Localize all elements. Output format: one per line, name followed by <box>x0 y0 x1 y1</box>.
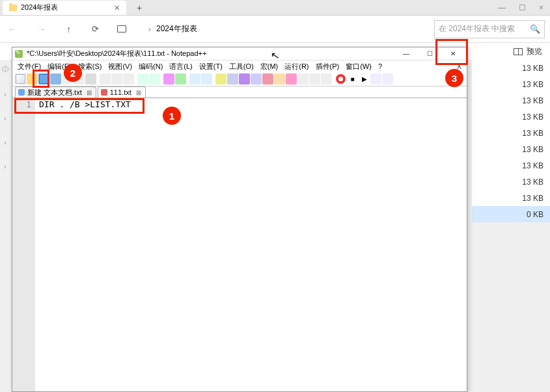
menu-macro[interactable]: 宏(M) <box>258 62 281 72</box>
undo-icon[interactable] <box>137 73 148 85</box>
file-size[interactable]: 13 KB <box>472 141 550 157</box>
npp-maximize-button[interactable]: ☐ <box>419 48 441 60</box>
pc-icon[interactable] <box>117 25 126 33</box>
breadcrumb-folder: 2024年报表 <box>156 23 197 34</box>
menu-plugin[interactable]: 插件(P) <box>313 62 342 72</box>
search-placeholder: 在 2024年报表 中搜索 <box>439 23 515 34</box>
file-size[interactable]: 13 KB <box>472 157 550 174</box>
close-tab-icon[interactable]: × <box>115 3 120 13</box>
file-size[interactable]: 13 KB <box>472 92 550 109</box>
cut-icon[interactable] <box>100 73 111 85</box>
file-size[interactable]: 13 KB <box>472 174 550 190</box>
show-chars-icon[interactable] <box>239 73 250 85</box>
redo-icon[interactable] <box>149 73 160 85</box>
save-all-icon[interactable] <box>50 73 61 85</box>
npp-tab-label: 111.txt <box>110 88 131 96</box>
save-icon[interactable] <box>38 73 49 85</box>
window-minimize-icon[interactable]: — <box>498 3 506 12</box>
info-icon[interactable]: ⓘ <box>2 65 8 74</box>
chevron-right-icon[interactable]: › <box>4 115 6 122</box>
file-size[interactable]: 13 KB <box>472 109 550 125</box>
paste-icon[interactable] <box>123 73 134 85</box>
chevron-right-icon[interactable]: › <box>4 139 6 146</box>
menu-language[interactable]: 语言(L) <box>167 62 195 72</box>
menu-view[interactable]: 视图(V) <box>105 62 135 72</box>
menu-window[interactable]: 窗口(W) <box>343 62 374 72</box>
folder-workspace-icon[interactable] <box>309 73 320 85</box>
file-unsaved-icon <box>101 89 107 96</box>
macro-play-multi-icon[interactable] <box>370 73 381 85</box>
new-tab-button[interactable]: + <box>137 3 142 13</box>
close-icon[interactable]: ⊠ <box>136 89 141 96</box>
forward-button[interactable]: → <box>34 21 48 36</box>
macro-record-icon[interactable] <box>335 73 346 85</box>
menu-help[interactable]: ? <box>376 62 385 70</box>
indent-guide-icon[interactable] <box>251 73 262 85</box>
file-list-sizes: 13 KB 13 KB 13 KB 13 KB 13 KB 13 KB 13 K… <box>472 60 550 222</box>
print-icon[interactable] <box>85 73 96 85</box>
window-close-icon[interactable]: × <box>539 3 543 12</box>
close-all-icon[interactable] <box>74 73 85 85</box>
npp-close-button[interactable]: ✕ <box>442 48 464 60</box>
doc-list-icon[interactable] <box>286 73 297 85</box>
explorer-tab[interactable]: 2024年报表 × <box>3 1 126 15</box>
file-size[interactable]: 13 KB <box>472 190 550 206</box>
chevron-right-icon[interactable]: › <box>4 163 6 170</box>
file-saved-icon <box>18 89 25 96</box>
preview-button[interactable]: 预览 <box>514 46 542 57</box>
new-file-icon[interactable] <box>15 73 26 85</box>
back-button[interactable]: ← <box>5 21 19 36</box>
refresh-button[interactable]: ⟳ <box>89 21 102 36</box>
doc-map-icon[interactable] <box>274 73 285 85</box>
menu-run[interactable]: 运行(R) <box>282 62 311 72</box>
file-size[interactable]: 13 KB <box>472 76 550 92</box>
explorer-tab-bar: 2024年报表 × + — ☐ × <box>0 0 550 16</box>
file-size[interactable]: 0 KB <box>472 206 550 222</box>
macro-stop-icon[interactable]: ■ <box>347 73 358 85</box>
npp-tab-label: 新建 文本文档.txt <box>27 88 82 98</box>
wrap-icon[interactable] <box>227 73 238 85</box>
sync-icon[interactable] <box>215 73 227 85</box>
search-input[interactable]: 在 2024年报表 中搜索 🔍 <box>434 20 545 38</box>
open-file-icon[interactable] <box>27 73 38 85</box>
npp-tab[interactable]: 111.txt ⊠ <box>98 86 146 98</box>
menu-file[interactable]: 文件(F) <box>15 62 44 72</box>
npp-editor[interactable]: 1 DIR . /B >LIST.TXT <box>12 98 467 391</box>
breadcrumb[interactable]: › 2024年报表 <box>142 23 419 34</box>
npp-tab[interactable]: 新建 文本文档.txt ⊠ <box>15 86 96 98</box>
replace-icon[interactable] <box>175 73 186 85</box>
file-size[interactable]: 13 KB <box>472 60 550 76</box>
menu-edit[interactable]: 编辑(E) <box>45 62 74 72</box>
npp-titlebar[interactable]: *C:\Users\叶安\Desktop\2024年报表\111.txt - N… <box>12 47 467 60</box>
chevron-right-icon[interactable]: › <box>4 91 6 98</box>
macro-save-icon[interactable] <box>382 73 393 85</box>
menu-encoding[interactable]: 编码(N) <box>136 62 165 72</box>
func-list-icon[interactable] <box>297 73 309 85</box>
menu-search[interactable]: 搜索(S) <box>76 62 105 72</box>
window-maximize-icon[interactable]: ☐ <box>519 3 526 12</box>
macro-play-icon[interactable]: ▶ <box>359 73 370 85</box>
user-lang-icon[interactable] <box>262 73 273 85</box>
explorer-tab-title: 2024年报表 <box>21 3 58 12</box>
monitor-icon[interactable] <box>321 73 332 85</box>
notepadpp-window: *C:\Users\叶安\Desktop\2024年报表\111.txt - N… <box>12 47 467 392</box>
zoom-in-icon[interactable] <box>189 73 200 85</box>
explorer-nav-bar: ← → ↑ ⟳ › 2024年报表 在 2024年报表 中搜索 🔍 <box>0 16 550 43</box>
npp-minimize-button[interactable]: — <box>395 48 417 60</box>
copy-icon[interactable] <box>111 73 122 85</box>
file-size[interactable]: 13 KB <box>472 125 550 141</box>
close-tab-x[interactable]: X <box>457 62 464 70</box>
menu-tools[interactable]: 工具(O) <box>227 62 256 72</box>
folder-icon <box>9 5 17 11</box>
close-file-icon[interactable] <box>62 73 73 85</box>
up-button[interactable]: ↑ <box>64 21 74 37</box>
line-number: 1 <box>12 99 31 109</box>
menu-settings[interactable]: 设置(T) <box>197 62 225 72</box>
zoom-out-icon[interactable] <box>201 73 212 85</box>
editor-content[interactable]: DIR . /B >LIST.TXT <box>35 98 467 391</box>
close-icon[interactable]: ⊠ <box>87 89 92 96</box>
notepadpp-icon <box>15 50 23 58</box>
find-icon[interactable] <box>163 73 174 85</box>
npp-toolbar: ■ ▶ <box>12 72 467 86</box>
search-icon[interactable]: 🔍 <box>530 24 540 34</box>
